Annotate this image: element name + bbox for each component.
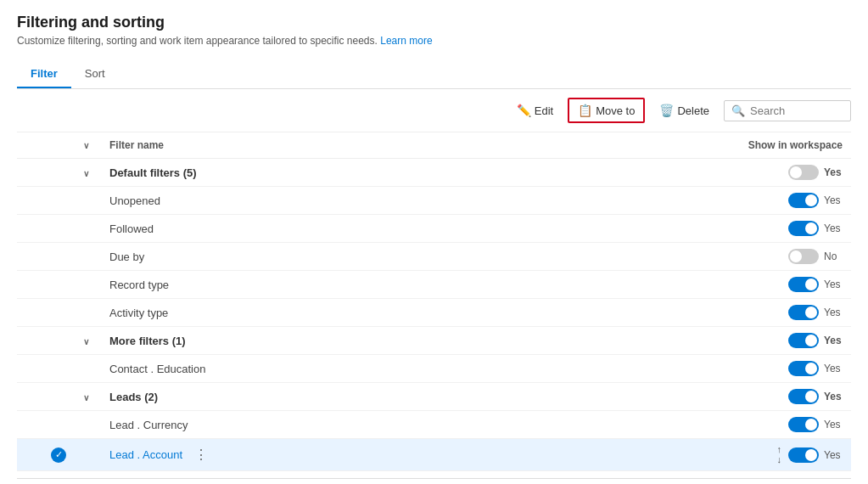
- edit-icon: ✏️: [517, 104, 531, 117]
- child-toggle[interactable]: [788, 221, 819, 236]
- group-toggle[interactable]: [788, 389, 819, 404]
- child-label: Due by: [101, 243, 602, 271]
- group-chevron[interactable]: ∨: [83, 393, 89, 402]
- group-checkbox-cell: [17, 383, 75, 411]
- move-icon: 📋: [578, 104, 592, 117]
- toolbar: ✏️ Edit 📋 Move to 🗑️ Delete 🔍: [17, 89, 851, 132]
- child-indent: [75, 411, 101, 439]
- empty-check: [17, 299, 75, 327]
- child-toggle-label: Yes: [824, 449, 843, 461]
- group-row: ∨ More filters (1) Yes: [17, 327, 851, 355]
- move-to-button[interactable]: 📋 Move to: [568, 98, 645, 123]
- child-toggle[interactable]: [788, 417, 819, 432]
- child-toggle-label: Yes: [824, 222, 843, 234]
- filter-table: ∨ Filter name Show in workspace ∨ Defaul…: [17, 132, 851, 471]
- child-toggle-label: Yes: [824, 194, 843, 206]
- child-label: Record type: [101, 271, 602, 299]
- group-checkbox-cell: [17, 327, 75, 355]
- child-toggle-label: Yes: [824, 279, 843, 290]
- child-label: Activity type: [101, 299, 602, 327]
- child-toggle[interactable]: [788, 193, 819, 208]
- filter-row: Contact . Education Yes: [17, 355, 851, 383]
- child-toggle-label: No: [824, 250, 843, 262]
- empty-check: [17, 411, 75, 439]
- delete-icon: 🗑️: [659, 104, 674, 117]
- filter-row: Unopened Yes: [17, 187, 851, 215]
- group-toggle-label: Yes: [824, 166, 843, 178]
- search-input[interactable]: [750, 104, 843, 117]
- group-toggle[interactable]: [788, 333, 819, 348]
- filter-row: Lead . Currency Yes: [17, 411, 851, 439]
- group-label: Leads (2): [101, 383, 602, 411]
- child-label: Contact . Education: [101, 355, 602, 383]
- sort-chevron[interactable]: ∨: [83, 141, 89, 150]
- child-label: Lead . Currency: [101, 411, 602, 439]
- child-toggle[interactable]: [788, 249, 819, 264]
- tabs-bar: Filter Sort: [17, 60, 851, 89]
- delete-button[interactable]: 🗑️ Delete: [650, 98, 719, 122]
- child-toggle-label: Yes: [824, 363, 843, 374]
- filter-row: Record type Yes: [17, 271, 851, 299]
- sort-arrows: ↑ ↓: [776, 445, 784, 464]
- more-options-button[interactable]: ⋮: [189, 445, 213, 464]
- group-toggle-label: Yes: [824, 391, 843, 402]
- group-label: More filters (1): [101, 327, 602, 355]
- empty-check: [17, 243, 75, 271]
- edit-button[interactable]: ✏️ Edit: [507, 98, 563, 122]
- child-indent: [75, 271, 101, 299]
- child-indent: [75, 299, 101, 327]
- col-show: Show in workspace: [602, 132, 851, 159]
- child-indent: [75, 243, 101, 271]
- empty-check: [17, 355, 75, 383]
- child-toggle[interactable]: [788, 277, 819, 292]
- empty-check: [17, 215, 75, 243]
- group-chevron[interactable]: ∨: [83, 169, 89, 178]
- group-chevron[interactable]: ∨: [83, 337, 89, 346]
- col-filter-name: Filter name: [101, 132, 602, 159]
- tab-filter[interactable]: Filter: [17, 60, 71, 88]
- child-indent: [75, 355, 101, 383]
- empty-check: [17, 187, 75, 215]
- sort-up-button[interactable]: ↑: [776, 445, 784, 454]
- group-checkbox-cell: [17, 159, 75, 187]
- search-box: 🔍: [724, 100, 851, 121]
- group-label: Default filters (5): [101, 159, 602, 187]
- group-toggle-label: Yes: [824, 335, 843, 346]
- selected-check: ✓: [17, 439, 75, 471]
- page-wrapper: Filtering and sorting Customize filterin…: [0, 0, 868, 484]
- child-label: Unopened: [101, 187, 602, 215]
- page-subtitle: Customize filtering, sorting and work it…: [17, 35, 851, 47]
- footer-bar: Publish Cancel: [17, 478, 851, 484]
- child-toggle[interactable]: [788, 447, 819, 463]
- child-label: Lead . Account ⋮: [101, 439, 602, 471]
- child-toggle-label: Yes: [824, 419, 843, 431]
- filter-row: Activity type Yes: [17, 299, 851, 327]
- sort-down-button[interactable]: ↓: [776, 455, 784, 464]
- tab-sort[interactable]: Sort: [71, 60, 119, 88]
- child-indent: [75, 187, 101, 215]
- empty-check: [17, 271, 75, 299]
- child-label: Followed: [101, 215, 602, 243]
- group-row: ∨ Leads (2) Yes: [17, 383, 851, 411]
- search-icon: 🔍: [731, 104, 745, 117]
- filter-row: Followed Yes: [17, 215, 851, 243]
- child-indent: [75, 439, 101, 471]
- learn-more-link[interactable]: Learn more: [380, 35, 432, 47]
- page-title: Filtering and sorting: [17, 14, 851, 31]
- child-toggle-label: Yes: [824, 307, 843, 318]
- child-toggle[interactable]: [788, 361, 819, 376]
- group-toggle[interactable]: [788, 165, 819, 180]
- child-indent: [75, 215, 101, 243]
- child-toggle[interactable]: [788, 305, 819, 320]
- filter-row: Due by No: [17, 243, 851, 271]
- group-row: ∨ Default filters (5) Yes: [17, 159, 851, 187]
- filter-row: ✓ Lead . Account ⋮ ↑ ↓: [17, 439, 851, 471]
